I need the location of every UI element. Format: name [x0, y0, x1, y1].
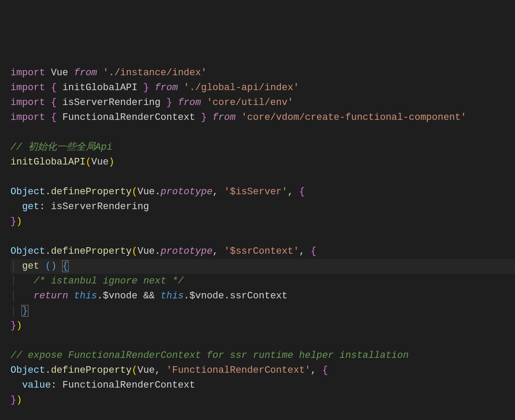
code-line-cursor: │ get () { [10, 259, 515, 274]
brace-match: } [22, 305, 28, 316]
code-line: │ /* istanbul ignore next */ [10, 276, 184, 287]
code-line: // expose FunctionalRenderContext for ss… [10, 350, 409, 361]
blank-line [10, 335, 16, 346]
code-line: initGlobalAPI(Vue) [10, 157, 115, 168]
code-line: │ } [10, 305, 28, 316]
code-line: // 初始化一些全局Api [10, 142, 112, 153]
code-line: import Vue from './instance/index' [10, 67, 207, 78]
code-line: import { isServerRendering } from 'core/… [10, 97, 293, 108]
blank-line [10, 127, 16, 138]
string-literal: './instance/index' [103, 67, 207, 78]
blank-line [10, 231, 16, 242]
blank-line [10, 172, 16, 182]
code-line: │ return this.$vnode && this.$vnode.ssrC… [10, 290, 288, 301]
code-editor-view[interactable]: import Vue from './instance/index' impor… [10, 66, 515, 420]
fn-call: initGlobalAPI [10, 157, 86, 168]
code-line: Object.defineProperty(Vue, 'FunctionalRe… [10, 365, 328, 376]
comment: // 初始化一些全局Api [10, 142, 112, 153]
code-line: }) [10, 320, 22, 331]
code-line: Object.defineProperty(Vue.prototype, '$i… [10, 186, 305, 197]
blank-line [10, 410, 16, 420]
code-line: }) [10, 395, 22, 406]
brace-match: { [63, 261, 68, 272]
code-line: import { initGlobalAPI } from './global-… [10, 82, 299, 93]
keyword-from: from [74, 67, 97, 78]
keyword-import: import [10, 67, 45, 78]
code-line: import { FunctionalRenderContext } from … [10, 112, 466, 123]
code-line: Object.defineProperty(Vue.prototype, '$s… [10, 246, 317, 257]
code-line: value: FunctionalRenderContext [10, 380, 195, 391]
code-line: get: isServerRendering [10, 201, 149, 212]
code-line: }) [10, 216, 22, 227]
identifier-vue: Vue [51, 67, 68, 78]
